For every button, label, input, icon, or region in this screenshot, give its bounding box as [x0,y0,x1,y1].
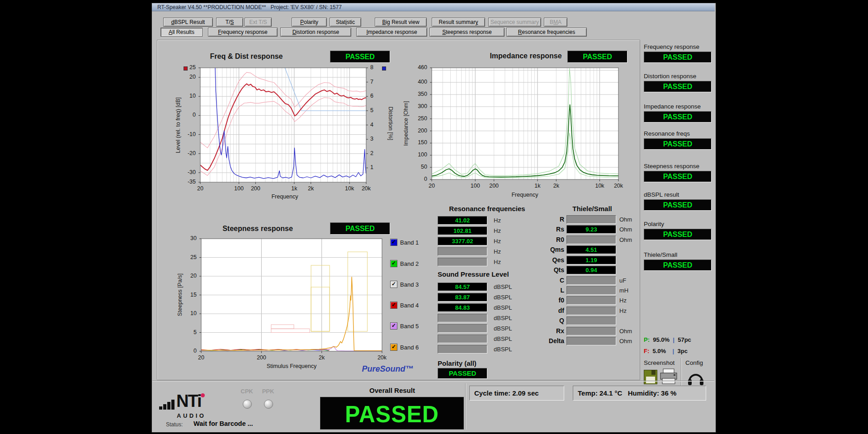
tab-bma[interactable]: BMA [544,18,567,27]
sidebar-status-steepness-response: PASSED [644,171,712,182]
sidebar-item-thiele-small: Thiele/Small [644,251,677,258]
sidebar-status-polarity: PASSED [644,229,712,240]
y2-tick-freq_dist-2: 2 [370,150,384,156]
level-axis-marker-icon [184,66,188,71]
spl-panel-title: Sound Pressure Level [438,270,509,278]
y-tick-steepness-5: 5 [177,329,197,335]
thiele-label-r0: R0 [532,236,564,243]
y-tick-impedance-50: 50 [407,164,427,170]
y-tick-steepness-0: 0 [177,348,197,354]
thiele-label-qts: Qts [532,266,564,274]
config-headphones-icon[interactable] [687,369,704,386]
x-tick-impedance-1k: 1k [528,183,547,189]
status-label: Status: [166,421,183,428]
x-tick-impedance-100: 100 [465,183,485,189]
freq-dist-xlabel: Frequency [267,193,303,200]
resonance-2-value: 3377.02 [438,237,487,245]
impedance-plot [427,65,623,184]
x-tick-steepness-2k: 2k [312,354,332,361]
resonance-1-unit: Hz [494,227,501,234]
band-checkbox-band-3[interactable]: ✓ [390,281,397,288]
nti-logo-sub: AUDIO [177,412,206,419]
thiele-label-q: Q [532,317,564,324]
thiele-rx-value [566,327,616,335]
sidebar-item-impedance-response: Impedance response [644,103,701,110]
y-tick-impedance-300: 300 [407,103,427,109]
tab-frequency-response[interactable]: Frequency response [208,28,278,37]
print-icon[interactable] [659,368,679,385]
sidebar-status-resonance-freqs: PASSED [644,138,712,150]
status-value: Wait for Barcode ... [193,420,253,427]
thiele-label-c: C [532,277,564,284]
tab-t-s[interactable]: T/S [216,18,243,27]
x-tick-steepness-20k: 20k [372,354,392,361]
x-tick-freq_dist-200: 200 [245,185,265,192]
resonance-3-unit: Hz [494,248,501,255]
ppk-label: PPK [261,388,275,395]
thiele-r-unit: Ohm [619,216,632,223]
x-tick-impedance-20k: 20k [609,183,628,189]
tab-all-results[interactable]: All Results [160,28,203,37]
thiele-small-title: Thiele/Small [565,205,619,212]
resonance-4-unit: Hz [494,259,501,265]
tab-sequence-summary[interactable]: Sequence summary [488,18,541,27]
x-tick-impedance-200: 200 [484,183,504,189]
x-tick-impedance-2k: 2k [546,183,566,189]
tab-result-summary[interactable]: Result summary [432,18,485,27]
resonance-2-unit: Hz [494,238,501,245]
y-tick-steepness-30: 30 [177,235,197,241]
spl-2-unit: dBSPL [494,304,512,311]
sidebar-status-frequency-response: PASSED [644,52,712,63]
band-checkbox-band-1[interactable]: ✓ [390,239,397,246]
config-label: Config [685,359,703,366]
spl-6-unit: dBSPL [494,346,512,353]
resonance-1-value: 102.81 [438,226,487,235]
freq-dist-title: Freq & Dist response [179,52,314,61]
thiele-f0-unit: Hz [619,297,627,304]
tab-impedance-response[interactable]: Impedance response [356,28,427,37]
tab-dbspl-result[interactable]: dBSPL Result [163,18,213,27]
y-tick-impedance-350: 350 [407,91,427,97]
ppk-indicator [264,400,273,409]
band-label-band-2: Band 2 [400,260,419,267]
sidebar-item-resonance-freqs: Resonance freqs [644,130,690,137]
thiele-f0-value [566,296,616,305]
y-tick-impedance-0: 0 [407,176,427,182]
spl-1-value: 83.87 [438,293,487,302]
band-checkbox-band-6[interactable]: ✓ [390,344,397,351]
steepness-plot [197,236,387,356]
y-tick-freq_dist-20: 20 [176,74,196,80]
thiele-rs-value: 9.23 [566,225,616,234]
tab-statistic[interactable]: Statistic [330,18,361,27]
thiele-r0-value [566,236,616,244]
floppy-label [646,377,655,383]
save-screenshot-icon[interactable] [644,370,657,384]
thiele-delta-unit: Ohm [619,338,632,344]
tab-ext-t-s[interactable]: Ext T/S [245,18,272,27]
pass-sep: | [673,336,675,343]
spl-0-value: 84.57 [438,283,487,291]
tab-resonance-frequencies[interactable]: Resonance frequencies [506,28,587,37]
band-checkbox-band-5[interactable]: ✓ [390,322,397,330]
x-tick-freq_dist-20: 20 [190,185,210,192]
sidebar-item-distortion-response: Distortion response [644,73,696,80]
tab-steepness-response[interactable]: Steepness response [429,28,505,37]
band-checkbox-band-2[interactable]: ✓ [390,260,397,267]
steepness-xlabel: Stimulus Frequency [260,363,323,369]
tab-polarity[interactable]: Polarity [292,18,327,27]
tab-distortion-response[interactable]: Distortion response [280,28,351,37]
polarity-all-title: Polarity (all) [438,359,476,367]
sidebar-status-dbspl-result: PASSED [644,199,712,211]
impedance-xlabel: Frequency [507,192,543,198]
tab-big-result-view[interactable]: Big Result view [375,18,427,27]
steepness-status-badge: PASSED [330,222,390,235]
thiele-r0-unit: Ohm [619,236,632,243]
y-tick-steepness-25: 25 [177,254,197,260]
x-tick-impedance-20: 20 [422,183,442,189]
polarity-all-status-badge: PASSED [438,368,487,379]
nti-logo-text: NTi [176,392,201,411]
x-tick-steepness-200: 200 [251,354,271,361]
band-checkbox-band-4[interactable]: ✓ [390,302,397,309]
fail-pct: 5.0% [653,348,666,354]
thiele-c-unit: uF [619,277,626,284]
